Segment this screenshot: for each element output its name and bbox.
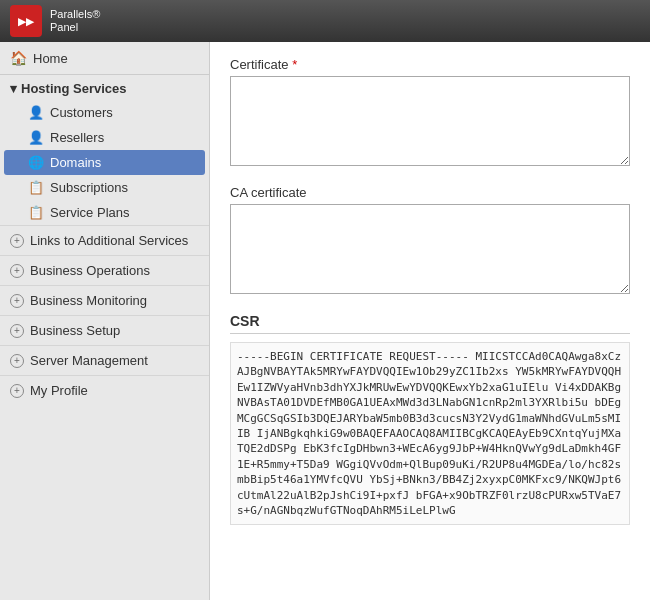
expand-icon-links: + [10, 234, 24, 248]
server-label: Server Management [30, 353, 148, 368]
content-area: Certificate * CA certificate CSR -----BE… [210, 42, 650, 600]
ca-certificate-textarea[interactable] [230, 204, 630, 294]
domains-icon: 🌐 [28, 155, 44, 170]
certificate-required: * [292, 57, 297, 72]
sidebar-item-setup[interactable]: + Business Setup [0, 315, 209, 345]
expand-icon-operations: + [10, 264, 24, 278]
certificate-field: Certificate * [230, 57, 630, 169]
csr-content: -----BEGIN CERTIFICATE REQUEST----- MIIC… [230, 342, 630, 525]
service-plans-label: Service Plans [50, 205, 129, 220]
sidebar-item-home[interactable]: 🏠 Home [0, 42, 209, 75]
home-label: Home [33, 51, 68, 66]
sidebar: 🏠 Home ▾ Hosting Services 👤 Customers 👤 … [0, 42, 210, 600]
logo-text: Parallels® Panel [50, 8, 100, 34]
ca-certificate-field: CA certificate [230, 185, 630, 297]
certificate-label: Certificate * [230, 57, 630, 72]
csr-label: CSR [230, 313, 630, 334]
domains-label: Domains [50, 155, 101, 170]
subscriptions-icon: 📋 [28, 180, 44, 195]
resellers-icon: 👤 [28, 130, 44, 145]
subscriptions-label: Subscriptions [50, 180, 128, 195]
ca-certificate-label: CA certificate [230, 185, 630, 200]
resellers-label: Resellers [50, 130, 104, 145]
sidebar-item-monitoring[interactable]: + Business Monitoring [0, 285, 209, 315]
hosting-services-label: Hosting Services [21, 81, 127, 96]
sidebar-group-hosting[interactable]: ▾ Hosting Services [0, 75, 209, 100]
sidebar-item-resellers[interactable]: 👤 Resellers [0, 125, 209, 150]
expand-icon-server: + [10, 354, 24, 368]
expand-icon-profile: + [10, 384, 24, 398]
sidebar-item-operations[interactable]: + Business Operations [0, 255, 209, 285]
setup-label: Business Setup [30, 323, 120, 338]
expand-icon-setup: + [10, 324, 24, 338]
profile-label: My Profile [30, 383, 88, 398]
operations-label: Business Operations [30, 263, 150, 278]
sidebar-item-service-plans[interactable]: 📋 Service Plans [0, 200, 209, 225]
sidebar-item-profile[interactable]: + My Profile [0, 375, 209, 405]
sidebar-item-server[interactable]: + Server Management [0, 345, 209, 375]
certificate-textarea[interactable] [230, 76, 630, 166]
sidebar-item-links[interactable]: + Links to Additional Services [0, 225, 209, 255]
sidebar-item-subscriptions[interactable]: 📋 Subscriptions [0, 175, 209, 200]
expand-icon-hosting: ▾ [10, 81, 17, 96]
service-plans-icon: 📋 [28, 205, 44, 220]
logo: Parallels® Panel [10, 5, 100, 37]
app-header: Parallels® Panel [0, 0, 650, 42]
sidebar-item-domains[interactable]: 🌐 Domains [4, 150, 205, 175]
logo-line1: Parallels® [50, 8, 100, 21]
home-icon: 🏠 [10, 50, 27, 66]
monitoring-label: Business Monitoring [30, 293, 147, 308]
links-label: Links to Additional Services [30, 233, 188, 248]
customers-label: Customers [50, 105, 113, 120]
expand-icon-monitoring: + [10, 294, 24, 308]
sidebar-item-customers[interactable]: 👤 Customers [0, 100, 209, 125]
customers-icon: 👤 [28, 105, 44, 120]
main-layout: 🏠 Home ▾ Hosting Services 👤 Customers 👤 … [0, 42, 650, 600]
csr-section: CSR -----BEGIN CERTIFICATE REQUEST----- … [230, 313, 630, 525]
logo-line2: Panel [50, 21, 100, 34]
logo-icon [10, 5, 42, 37]
